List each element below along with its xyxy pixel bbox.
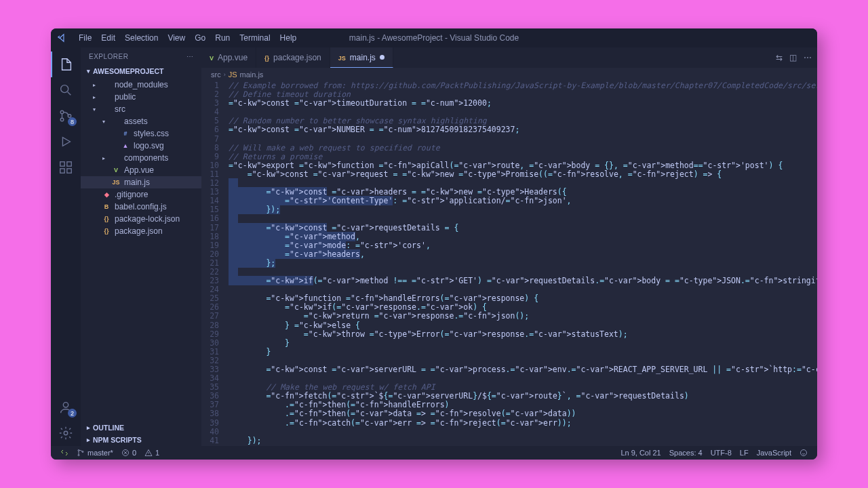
svg-point-2 — [60, 118, 64, 121]
explorer-icon[interactable] — [51, 52, 81, 77]
debug-icon[interactable] — [51, 129, 81, 155]
tree-item-package-json[interactable]: {}package.json — [81, 225, 201, 237]
svg-point-11 — [78, 455, 79, 456]
svg-point-10 — [78, 450, 79, 451]
accounts-icon[interactable]: 2 — [51, 394, 81, 420]
problems-warnings[interactable]: 1 — [140, 449, 163, 457]
editor-tabs: VApp.vue{}package.jsonJSmain.js⇆◫⋯ — [201, 47, 817, 68]
menu-edit[interactable]: Edit — [96, 33, 120, 43]
menu-terminal[interactable]: Terminal — [235, 33, 275, 43]
svg-point-0 — [61, 85, 68, 93]
vscode-logo-icon — [56, 33, 67, 43]
tab-main-js[interactable]: JSmain.js — [330, 47, 393, 68]
project-section-header[interactable]: ▾AWESOMEPROJECT — [81, 65, 201, 77]
menu-run[interactable]: Run — [210, 33, 235, 43]
svg-rect-4 — [60, 162, 64, 166]
compare-icon[interactable]: ⇆ — [776, 53, 783, 62]
sidebar-title: EXPLORER ⋯ — [81, 47, 201, 65]
sidebar-more-icon[interactable]: ⋯ — [186, 53, 194, 60]
tree-item-components[interactable]: ▸components — [81, 152, 201, 164]
menu-help[interactable]: Help — [275, 33, 302, 43]
eol-status[interactable]: LF — [736, 449, 753, 457]
vscode-window: FileEditSelectionViewGoRunTerminalHelp m… — [51, 28, 817, 460]
svg-point-1 — [60, 110, 64, 114]
scm-badge: 8 — [68, 117, 77, 126]
tree-item-src[interactable]: ▾src — [81, 103, 201, 115]
menu-selection[interactable]: Selection — [120, 33, 163, 43]
source-control-icon[interactable]: 8 — [51, 103, 81, 129]
window-title: main.js - AwesomeProject - Visual Studio… — [349, 33, 519, 43]
sidebar: EXPLORER ⋯ ▾AWESOMEPROJECT ▸node_modules… — [81, 47, 201, 446]
language-status[interactable]: JavaScript — [753, 449, 795, 457]
problems-errors[interactable]: 0 — [117, 449, 140, 457]
settings-icon[interactable] — [51, 420, 81, 446]
tab-package-json[interactable]: {}package.json — [256, 47, 330, 68]
tree-item-package-lock-json[interactable]: {}package-lock.json — [81, 213, 201, 225]
extensions-icon[interactable] — [51, 155, 81, 180]
svg-point-9 — [64, 431, 68, 435]
more-actions-icon[interactable]: ⋯ — [804, 53, 812, 62]
svg-rect-5 — [60, 169, 64, 173]
svg-rect-7 — [67, 162, 71, 166]
svg-rect-6 — [67, 169, 71, 173]
tree-item-App-vue[interactable]: VApp.vue — [81, 164, 201, 176]
remote-button[interactable] — [56, 449, 73, 457]
npm-section-header[interactable]: ▸NPM SCRIPTS — [81, 434, 201, 446]
search-icon[interactable] — [51, 77, 81, 103]
outline-section-header[interactable]: ▸OUTLINE — [81, 422, 201, 434]
code-editor[interactable]: 1234567891011121314151617181920212223242… — [201, 81, 817, 446]
git-branch[interactable]: master* — [73, 449, 117, 457]
tree-item-babel-config-js[interactable]: Bbabel.config.js — [81, 201, 201, 213]
status-bar: master* 0 1 Ln 9, Col 21 Spaces: 4 UTF-8… — [51, 446, 817, 460]
cursor-position[interactable]: Ln 9, Col 21 — [616, 449, 665, 457]
tab-App-vue[interactable]: VApp.vue — [201, 47, 256, 68]
tree-item-node_modules[interactable]: ▸node_modules — [81, 79, 201, 91]
tree-item-assets[interactable]: ▾assets — [81, 115, 201, 127]
svg-point-8 — [63, 403, 68, 407]
split-editor-icon[interactable]: ◫ — [789, 53, 797, 62]
tree-item-styles-css[interactable]: #styles.css — [81, 127, 201, 140]
editor-area: VApp.vue{}package.jsonJSmain.js⇆◫⋯ src› … — [201, 47, 817, 446]
tree-item-main-js[interactable]: JSmain.js — [81, 176, 201, 188]
activity-bar: 8 2 — [51, 47, 81, 446]
menubar: FileEditSelectionViewGoRunTerminalHelp m… — [51, 28, 817, 47]
menu-file[interactable]: File — [74, 33, 96, 43]
file-tree: ▸node_modules▸public▾src▾assets#styles.c… — [81, 77, 201, 239]
accounts-badge: 2 — [68, 409, 77, 418]
tree-item--gitignore[interactable]: ◆.gitignore — [81, 188, 201, 201]
breadcrumb[interactable]: src› JS main.js — [201, 68, 817, 81]
feedback-icon[interactable] — [795, 449, 812, 457]
encoding-status[interactable]: UTF-8 — [707, 449, 736, 457]
tree-item-logo-svg[interactable]: ▲logo.svg — [81, 140, 201, 152]
menu-view[interactable]: View — [163, 33, 190, 43]
menu-go[interactable]: Go — [190, 33, 210, 43]
indent-status[interactable]: Spaces: 4 — [665, 449, 707, 457]
svg-point-14 — [801, 450, 807, 456]
tree-item-public[interactable]: ▸public — [81, 91, 201, 103]
